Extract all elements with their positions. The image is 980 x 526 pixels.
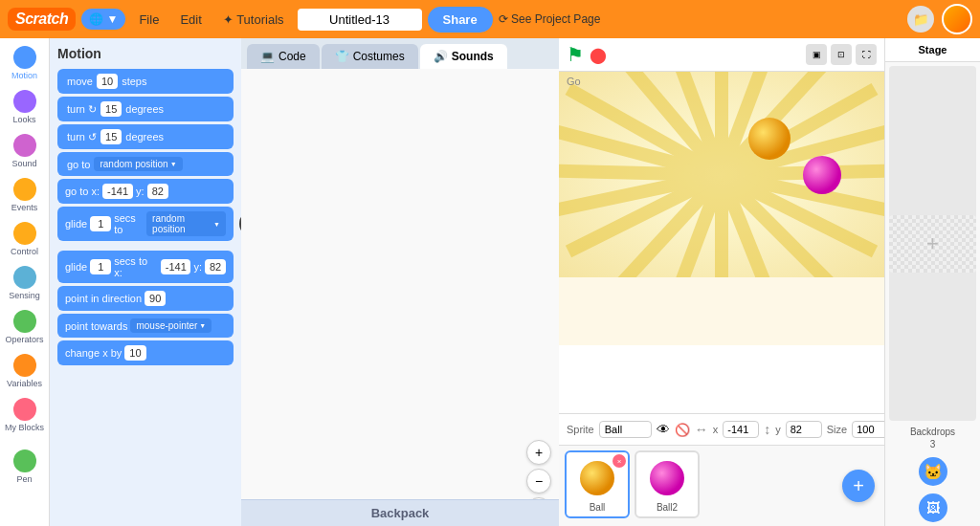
block-glide-xy[interactable]: glide 1 secs to x: -141 y: 82 <box>57 251 234 283</box>
stage-label: Go <box>567 76 581 87</box>
sprite-name-input[interactable] <box>599 421 652 438</box>
sound-label: Sound <box>11 159 36 168</box>
ball-thumb-label: Ball <box>590 502 606 513</box>
add-sprite-button[interactable]: + <box>842 470 875 502</box>
folder-icon-button[interactable]: 📁 <box>907 6 934 33</box>
stage-icon-buttons: 🐱 <box>885 453 980 490</box>
events-label: Events <box>11 203 38 212</box>
sidebar-item-sound[interactable]: Sound <box>2 130 48 172</box>
sidebar-item-myblocks[interactable]: My Blocks <box>2 394 48 436</box>
sidebar-item-looks[interactable]: Looks <box>2 86 48 128</box>
stage-plus-icon: + <box>926 231 939 256</box>
pen-label: Pen <box>16 474 32 484</box>
share-button[interactable]: Share <box>428 7 493 33</box>
sidebar-item-pen[interactable]: Pen <box>2 446 48 488</box>
sprite-info-bar: Sprite 👁 🚫 ↔ x ↕ y Size Direction <box>559 413 884 445</box>
size-label: Size <box>827 424 847 435</box>
sidebar-item-operators[interactable]: Operators <box>2 306 48 348</box>
topbar: Scratch 🌐 ▼ File Edit ✦ Tutorials Share … <box>0 0 980 38</box>
backdrops-count: 3 <box>885 439 980 453</box>
control-icon <box>13 222 36 245</box>
sidebar-item-motion[interactable]: Motion <box>2 42 48 84</box>
block-goto-xy[interactable]: go to x: -141 y: 82 <box>57 179 234 204</box>
stage-normal-button[interactable]: ⊡ <box>831 44 852 65</box>
block-goto[interactable]: go to random position <box>57 152 234 176</box>
edit-menu[interactable]: Edit <box>172 9 209 31</box>
see-project-button[interactable]: ⟳ See Project Page <box>499 12 601 26</box>
show-button[interactable]: 👁 <box>657 419 670 440</box>
sprite-ball-2 <box>803 156 841 194</box>
project-title-input[interactable] <box>298 9 422 31</box>
stage-mini-bg: + <box>889 215 976 273</box>
stage-area: ⚑ ⬤ ▣ ⊡ ⛶ <box>559 38 884 526</box>
block-point-direction[interactable]: point in direction 90 <box>57 286 234 311</box>
zoom-out-button[interactable]: − <box>526 469 551 493</box>
sound-icon <box>13 134 36 157</box>
green-flag-button[interactable]: ⚑ <box>567 43 584 66</box>
variables-label: Variables <box>7 379 42 388</box>
events-icon <box>13 178 36 201</box>
y-label: y <box>775 424 781 435</box>
stage-library-button[interactable]: 🖼 <box>919 493 947 522</box>
workspace: when space ▼ key pressed ✏ erase all whe… <box>241 73 559 526</box>
stop-button[interactable]: ⬤ <box>590 46 607 64</box>
motion-label: Motion <box>11 71 37 80</box>
stage-add-backdrop-button[interactable]: 🐱 <box>919 457 947 486</box>
palette-title: Motion <box>57 46 234 61</box>
stage-small-button[interactable]: ▣ <box>806 44 827 65</box>
x-input[interactable] <box>723 421 759 438</box>
stage-right-panel: Stage + Backdrops 3 🐱 🖼 <box>884 38 980 526</box>
motion-icon <box>13 46 36 69</box>
scratch-logo[interactable]: Scratch <box>8 8 76 31</box>
stage-fullscreen-button[interactable]: ⛶ <box>856 44 877 65</box>
ball2-thumb-label: Ball2 <box>657 502 678 513</box>
block-point-towards[interactable]: point towards mouse-pointer <box>57 314 234 338</box>
sidebar-item-variables[interactable]: Variables <box>2 350 48 392</box>
block-turn-left[interactable]: turn ↺ 15 degrees <box>57 124 234 149</box>
tab-costumes[interactable]: 👕 Costumes <box>322 44 418 69</box>
block-glide-random[interactable]: glide 1 secs to random position <box>57 207 234 241</box>
sidebar-item-control[interactable]: Control <box>2 218 48 260</box>
code-area: 💻 Code 👕 Costumes 🔊 Sounds when space ▼ … <box>241 38 559 526</box>
sensing-label: Sensing <box>9 291 40 300</box>
sprite-label: Sprite <box>567 424 594 435</box>
looks-label: Looks <box>12 115 35 124</box>
stage-canvas: Go <box>559 72 884 413</box>
sidebar-item-sensing[interactable]: Sensing <box>2 262 48 304</box>
myblocks-icon <box>13 398 36 421</box>
sidebar-item-events[interactable]: Events <box>2 174 48 216</box>
main-layout: Motion Looks Sound Events Control Sensin… <box>0 38 980 526</box>
stage-tab[interactable]: Stage <box>885 38 980 62</box>
avatar[interactable] <box>942 4 972 34</box>
sprite-thumbnails: × Ball <box>559 445 884 526</box>
block-turn-right[interactable]: turn ↻ 15 degrees <box>57 97 234 121</box>
sunburst-svg <box>559 72 884 277</box>
myblocks-label: My Blocks <box>5 423 44 432</box>
size-input[interactable] <box>852 421 888 438</box>
sprite-ball-1 <box>748 118 791 160</box>
y-input[interactable] <box>786 421 822 438</box>
file-menu[interactable]: File <box>131 9 167 31</box>
operators-label: Operators <box>5 335 43 344</box>
sensing-icon <box>13 266 36 289</box>
sprite-thumb-ball2[interactable]: Ball2 <box>635 450 700 518</box>
pen-icon <box>13 449 36 472</box>
backpack[interactable]: Backpack <box>241 499 559 526</box>
ball-thumb-img <box>576 457 618 499</box>
tab-sounds[interactable]: 🔊 Sounds <box>420 44 507 69</box>
x-label: x <box>713 424 719 435</box>
tutorials-menu[interactable]: ✦ Tutorials <box>215 9 292 31</box>
globe-button[interactable]: 🌐 ▼ <box>81 9 125 30</box>
zoom-in-button[interactable]: + <box>526 440 551 465</box>
sprite-thumb-ball[interactable]: × Ball <box>565 450 630 518</box>
block-change-x[interactable]: change x by 10 <box>57 340 234 365</box>
ball2-thumb-img <box>646 457 688 499</box>
block-move[interactable]: move 10 steps <box>57 69 234 94</box>
stage-resize-buttons: ▣ ⊡ ⛶ <box>806 44 877 65</box>
top-right-icons: 📁 <box>907 4 972 34</box>
tab-code[interactable]: 💻 Code <box>247 44 320 69</box>
hide-button[interactable]: 🚫 <box>675 419 690 440</box>
stage-background <box>559 72 884 413</box>
categories-panel: Motion Looks Sound Events Control Sensin… <box>0 38 50 526</box>
delete-ball-button[interactable]: × <box>612 454 626 468</box>
